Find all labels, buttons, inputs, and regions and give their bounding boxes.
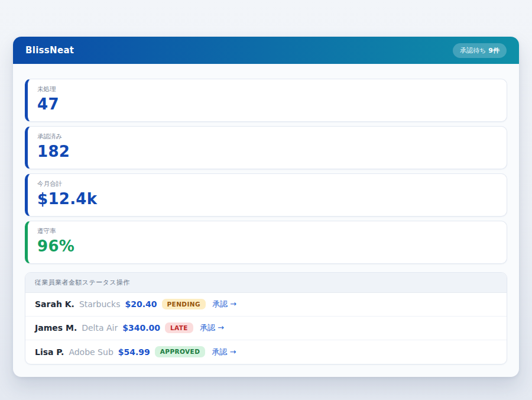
panel-body: 未処理 47 承認済み 182 今月合計 $12.4k 遵守率 96% 従業員業… bbox=[13, 64, 519, 377]
table-row: Sarah K. Starbucks $20.40 PENDING 承認 → bbox=[25, 293, 507, 317]
column-header-employee: 従業員 bbox=[35, 279, 55, 286]
status-badge: APPROVED bbox=[155, 346, 205, 357]
pending-count-badge[interactable]: 承認待ち 9件 bbox=[453, 43, 507, 58]
employee-name: Sarah K. bbox=[35, 299, 74, 309]
stat-value: 96% bbox=[37, 238, 497, 256]
expense-amount: $20.40 bbox=[125, 299, 157, 309]
pending-badge-label: 承認待ち bbox=[460, 46, 486, 55]
vendor-name: Delta Air bbox=[82, 323, 118, 333]
stat-label: 遵守率 bbox=[37, 227, 497, 236]
approve-link[interactable]: 承認 → bbox=[212, 299, 236, 309]
approve-link[interactable]: 承認 → bbox=[200, 322, 224, 333]
app-header: BlissNeat 承認待ち 9件 bbox=[13, 37, 519, 64]
status-badge: PENDING bbox=[162, 299, 206, 310]
stat-label: 未処理 bbox=[37, 85, 497, 93]
expenses-table: 従業員業者金額ステータス操作 Sarah K. Starbucks $20.40… bbox=[25, 272, 507, 364]
column-header-amount: 金額 bbox=[69, 279, 82, 286]
stat-label: 今月合計 bbox=[37, 180, 497, 188]
stat-card-approved: 承認済み 182 bbox=[25, 126, 507, 169]
column-header-vendor: 業者 bbox=[55, 279, 69, 286]
stat-card-compliance-rate: 遵守率 96% bbox=[25, 221, 507, 264]
table-row: James M. Delta Air $340.00 LATE 承認 → bbox=[25, 317, 507, 340]
app-title: BlissNeat bbox=[25, 45, 74, 56]
pending-badge-count: 9件 bbox=[488, 46, 499, 55]
table-header-row: 従業員業者金額ステータス操作 bbox=[25, 273, 507, 293]
vendor-name: Adobe Sub bbox=[69, 347, 113, 357]
dashboard-panel: BlissNeat 承認待ち 9件 未処理 47 承認済み 182 今月合計 $… bbox=[13, 37, 519, 377]
employee-name: Lisa P. bbox=[35, 347, 64, 357]
column-header-action: 操作 bbox=[116, 279, 130, 286]
employee-name: James M. bbox=[35, 323, 77, 333]
approve-link[interactable]: 承認 → bbox=[212, 347, 236, 357]
stat-value: $12.4k bbox=[37, 191, 497, 208]
table-row: Lisa P. Adobe Sub $54.99 APPROVED 承認 → bbox=[25, 340, 507, 364]
stat-value: 182 bbox=[37, 143, 497, 161]
stat-card-monthly-total: 今月合計 $12.4k bbox=[25, 173, 507, 217]
expense-amount: $340.00 bbox=[122, 323, 160, 333]
vendor-name: Starbucks bbox=[79, 299, 121, 309]
status-badge: LATE bbox=[165, 322, 193, 334]
stat-label: 承認済み bbox=[37, 133, 497, 141]
expense-amount: $54.99 bbox=[118, 347, 150, 357]
stat-card-unprocessed: 未処理 47 bbox=[25, 79, 507, 122]
stat-value: 47 bbox=[37, 96, 497, 114]
column-header-status: ステータス bbox=[82, 279, 116, 286]
